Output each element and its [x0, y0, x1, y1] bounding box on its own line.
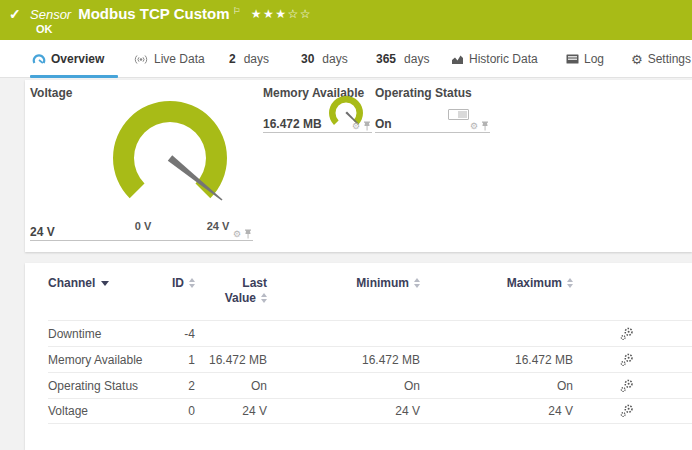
header-id[interactable]: ID [148, 276, 195, 320]
table-row-downtime[interactable]: Downtime -4 [48, 320, 692, 346]
tab-label: Overview [51, 52, 104, 66]
cell-maximum: 24 V [420, 404, 573, 418]
operating-current-value: On [375, 117, 392, 131]
channel-gear-icon[interactable]: ⚙ [470, 122, 478, 131]
channels-table: Channel ID Last Value Minimum Maximum [25, 263, 692, 424]
cell-channel: Downtime [48, 327, 148, 341]
live-signal-icon [133, 54, 149, 65]
tab-label: Settings [648, 52, 691, 66]
sort-desc-icon [101, 281, 109, 286]
channels-table-card: Channel ID Last Value Minimum Maximum [25, 263, 692, 450]
operating-panel-title: Operating Status [375, 86, 472, 100]
memory-current-value: 16.472 MB [263, 117, 322, 131]
channel-settings-icon[interactable] [620, 353, 634, 367]
cell-maximum: On [420, 379, 573, 393]
tab-overview[interactable]: Overview [32, 40, 118, 78]
memory-value-row: 16.472 MB ⚙ [263, 118, 372, 133]
table-row-voltage[interactable]: Voltage 0 24 V 24 V 24 V [48, 398, 692, 424]
tab-2-days[interactable]: 2days [229, 40, 269, 78]
table-header-row: Channel ID Last Value Minimum Maximum [48, 263, 692, 320]
header-minimum-label: Minimum [356, 276, 409, 291]
header-maximum-label: Maximum [507, 276, 562, 291]
tab-settings[interactable]: ⚙ Settings [631, 40, 691, 78]
cell-minimum: 24 V [267, 404, 420, 418]
tab-log[interactable]: Log [566, 40, 604, 78]
table-row-operating-status[interactable]: Operating Status 2 On On On [48, 372, 692, 398]
tab-365-days[interactable]: 365days [376, 40, 429, 78]
table-row-memory-available[interactable]: Memory Available 1 16.472 MB 16.472 MB 1… [48, 346, 692, 372]
tab-label: Log [584, 52, 604, 66]
cell-last-value: On [195, 379, 267, 393]
tab-label: Historic Data [469, 52, 538, 66]
cell-maximum: 16.472 MB [420, 353, 573, 367]
tab-days-unit: days [244, 52, 269, 66]
chart-icon [451, 54, 464, 65]
cell-minimum: On [267, 379, 420, 393]
pin-icon[interactable] [363, 121, 371, 131]
gear-icon: ⚙ [631, 52, 643, 67]
cell-channel: Operating Status [48, 379, 148, 393]
tab-days-number: 365 [376, 52, 396, 66]
status-badge: OK [36, 23, 53, 35]
switch-knob [458, 111, 467, 118]
channel-settings-icon[interactable] [620, 327, 634, 341]
cell-id: 2 [148, 379, 195, 393]
header-channel-label: Channel [48, 276, 95, 291]
tab-30-days[interactable]: 30days [301, 40, 348, 78]
tab-days-number: 30 [301, 52, 314, 66]
channel-settings-icon[interactable] [620, 404, 634, 418]
tab-days-number: 2 [229, 52, 236, 66]
tab-live-data[interactable]: Live Data [133, 40, 205, 78]
log-icon [566, 54, 579, 64]
cell-id: -4 [148, 327, 195, 341]
cell-last-value: 16.472 MB [195, 353, 267, 367]
pin-icon[interactable] [481, 121, 489, 131]
tab-historic-data[interactable]: Historic Data [451, 40, 538, 78]
channel-gear-icon[interactable]: ⚙ [352, 122, 360, 131]
channel-settings-icon[interactable] [620, 379, 634, 393]
channel-gear-icon[interactable]: ⚙ [233, 230, 241, 239]
sensor-title: Modbus TCP Custom [78, 5, 229, 22]
header-value-label: Value [225, 291, 256, 306]
tab-label: Live Data [154, 52, 205, 66]
cell-id: 1 [148, 353, 195, 367]
sensor-status-header: ✓ Sensor Modbus TCP Custom ⚐ ★★★☆☆ OK [0, 0, 692, 40]
cell-minimum: 16.472 MB [267, 353, 420, 367]
cell-last-value: 24 V [195, 404, 267, 418]
cell-channel: Memory Available [48, 353, 148, 367]
flag-icon[interactable]: ⚐ [233, 6, 241, 16]
sensor-title-row: Sensor Modbus TCP Custom ⚐ ★★★☆☆ [30, 5, 312, 22]
header-minimum[interactable]: Minimum [267, 276, 420, 320]
voltage-gauge [105, 96, 235, 212]
pin-icon[interactable] [244, 229, 252, 239]
cell-channel: Voltage [48, 404, 148, 418]
header-actions [573, 276, 681, 320]
voltage-panel-title: Voltage [30, 86, 72, 100]
header-last-value[interactable]: Last Value [195, 276, 267, 320]
gauge-icon [32, 53, 46, 65]
header-id-label: ID [172, 276, 184, 291]
operating-value-row: On ⚙ [375, 118, 490, 133]
gauges-overview-card: Voltage 0 V 24 V 24 V ⚙ Memory Available… [25, 80, 692, 252]
header-channel[interactable]: Channel [48, 276, 148, 320]
header-maximum[interactable]: Maximum [420, 276, 573, 320]
sensor-tab-bar: Overview Live Data 2days 30days 365days … [0, 40, 692, 78]
voltage-value-row: 24 V ⚙ [30, 226, 253, 241]
cell-id: 0 [148, 404, 195, 418]
ok-check-icon: ✓ [9, 6, 21, 22]
header-last-label: Last [195, 276, 267, 291]
tab-days-unit: days [404, 52, 429, 66]
object-kind-label: Sensor [30, 7, 71, 22]
voltage-current-value: 24 V [30, 225, 55, 239]
priority-stars[interactable]: ★★★☆☆ [251, 7, 312, 21]
tab-days-unit: days [322, 52, 347, 66]
